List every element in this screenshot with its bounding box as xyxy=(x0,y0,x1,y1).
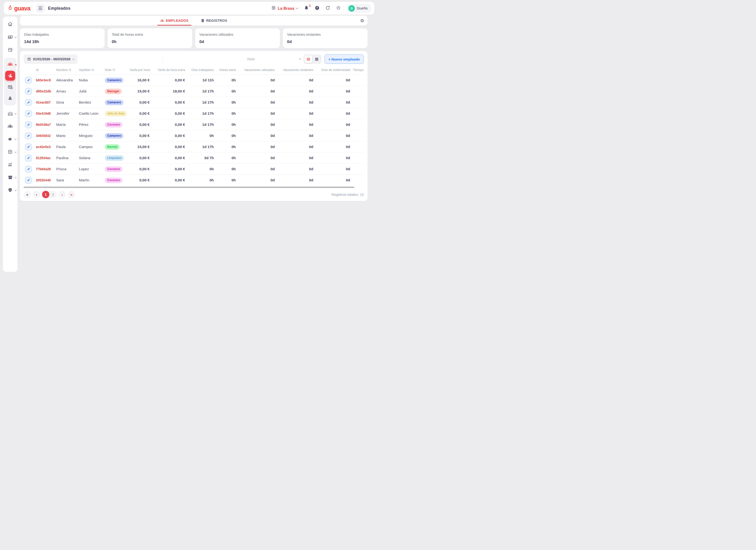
employee-id-link[interactable]: b83e3ec9 xyxy=(36,78,51,82)
caret-up-icon xyxy=(15,64,17,65)
menu-toggle-button[interactable] xyxy=(36,4,45,13)
sidebar-item-calendar[interactable] xyxy=(5,45,15,54)
hourly-rate: 0,00 € xyxy=(128,108,151,119)
time-cell xyxy=(352,86,364,97)
sidebar-item-team[interactable] xyxy=(5,60,15,69)
pagination-page-2[interactable]: 2 xyxy=(49,191,57,198)
sick-days: 0d xyxy=(315,141,352,152)
pagination-prev-button[interactable]: ‹ xyxy=(33,191,40,198)
sidebar-item-store[interactable] xyxy=(5,173,15,182)
tab-empleados[interactable]: EMPLEADOS xyxy=(159,16,189,26)
role-badge: Jefe de Sala xyxy=(105,111,127,116)
employee-id-link[interactable]: 8b0436a7 xyxy=(36,123,51,126)
sick-days: 0d xyxy=(315,75,352,86)
edit-row-button[interactable] xyxy=(25,110,32,117)
employee-id-link[interactable]: 2052b440 xyxy=(36,178,51,182)
edit-row-button[interactable] xyxy=(25,77,32,84)
col-nombre[interactable]: Nombre xyxy=(55,66,77,75)
horizontal-scrollbar[interactable] xyxy=(24,186,354,188)
col-tarifa-extra: Tarifa de hora extra xyxy=(151,66,186,75)
gear-icon: ⚙ xyxy=(360,18,364,23)
role-placeholder: Role xyxy=(247,57,255,61)
vacation-remaining: 0d xyxy=(276,141,315,152)
sidebar-item-analytics[interactable] xyxy=(5,160,15,169)
employee-last-name: Campos xyxy=(77,141,103,152)
logout-button[interactable] xyxy=(336,5,341,11)
edit-row-button[interactable] xyxy=(25,177,32,184)
days-worked: 1d 11h xyxy=(186,75,215,86)
new-employee-button[interactable]: + Nuevo empleado xyxy=(324,54,364,64)
sidebar-item-staff[interactable] xyxy=(5,94,15,103)
role-badge: Cocinero xyxy=(105,122,122,127)
employee-first-name: Sara xyxy=(55,175,77,186)
employee-id-link[interactable]: 41eac807 xyxy=(36,100,51,104)
table-view-button[interactable] xyxy=(305,55,312,63)
sidebar-item-admin[interactable] xyxy=(5,185,15,195)
pagination-first-button[interactable]: « xyxy=(24,191,31,198)
chevron-down-icon xyxy=(15,176,17,178)
app-header: guava Empleados La Brasa xyxy=(4,2,374,15)
employee-id-link[interactable]: 53e419d6 xyxy=(36,112,51,115)
overtime-hours: 0h xyxy=(215,97,237,108)
edit-row-button[interactable] xyxy=(25,132,32,139)
app-logo[interactable]: guava xyxy=(7,5,30,12)
pagination-last-button[interactable]: » xyxy=(68,191,75,198)
edit-row-button[interactable] xyxy=(25,143,32,150)
sidebar-item-employees-active[interactable] xyxy=(5,71,15,80)
edit-row-button[interactable] xyxy=(25,99,32,106)
employee-id-link[interactable]: 812934ac xyxy=(36,156,51,160)
hourly-rate: 0,00 € xyxy=(128,130,151,141)
chart-icon xyxy=(8,162,13,167)
role-badge: Cocinero xyxy=(105,177,122,183)
edit-row-button[interactable] xyxy=(25,155,32,161)
overtime-rate: 18,00 € xyxy=(151,86,186,97)
clipboard-icon xyxy=(201,19,205,22)
warehouse-icon xyxy=(8,111,13,116)
sidebar-item-customers[interactable] xyxy=(5,121,15,131)
help-button[interactable]: ? xyxy=(315,5,320,11)
edit-row-button[interactable] xyxy=(25,88,32,95)
employee-id-link[interactable]: 77b60a28 xyxy=(36,167,51,171)
employee-last-name: Julià xyxy=(77,86,103,97)
employee-id-link[interactable]: ac42e5e3 xyxy=(36,145,51,149)
edit-row-button[interactable] xyxy=(25,166,32,173)
sidebar-item-inventory[interactable] xyxy=(5,109,15,118)
grid-view-button[interactable] xyxy=(313,55,321,63)
col-role[interactable]: Role xyxy=(103,66,128,75)
calendar-icon xyxy=(8,47,13,52)
stat-card-vacaciones-restantes: Vacaciones restantes 0d xyxy=(283,28,368,48)
pagination-next-button[interactable]: › xyxy=(59,191,66,198)
role-select[interactable]: Role xyxy=(163,54,304,64)
employee-id-link[interactable]: 34935832 xyxy=(36,134,51,138)
employee-id-link[interactable]: d85e22db xyxy=(36,89,51,93)
vacation-used: 0d xyxy=(237,141,276,152)
overtime-rate: 0,00 € xyxy=(151,108,186,119)
col-apellido[interactable]: Apellido xyxy=(77,66,103,75)
sidebar-item-schedules[interactable] xyxy=(5,82,15,92)
stat-label: Total de horas extra xyxy=(112,32,188,36)
sick-days: 0d xyxy=(315,86,352,97)
col-id[interactable]: Id xyxy=(34,66,55,75)
worker-helmet-icon xyxy=(8,96,13,101)
pagination-page-1[interactable]: 1 xyxy=(42,191,49,198)
sidebar-item-archive[interactable] xyxy=(5,147,15,156)
table-settings-button[interactable]: ⚙ xyxy=(359,17,366,24)
hourly-rate: 0,00 € xyxy=(128,175,151,186)
user-menu[interactable]: D Dueño xyxy=(347,4,371,13)
notifications-button[interactable]: 1 xyxy=(304,5,309,11)
stat-label: Días trabajados xyxy=(24,32,100,36)
pencil-icon xyxy=(27,145,30,148)
sidebar-group-employees xyxy=(4,58,16,105)
employees-tab-icon xyxy=(160,19,164,23)
sidebar-item-home[interactable] xyxy=(5,19,15,29)
col-vacaciones-restantes: Vacaciones restantes xyxy=(276,66,315,75)
refresh-button[interactable] xyxy=(325,5,330,11)
restaurant-selector[interactable]: La Brasa xyxy=(271,5,298,11)
table-row: 34935832MarioMinguezCamarero0,00 €0,00 €… xyxy=(24,130,364,141)
col-horas-extra: Horas extra xyxy=(215,66,237,75)
tab-registros[interactable]: REGISTROS xyxy=(200,16,228,26)
date-range-picker[interactable]: 01/01/2026 - 06/03/2026 xyxy=(24,54,77,64)
sidebar-item-marketing[interactable] xyxy=(5,134,15,144)
sidebar-item-payments[interactable] xyxy=(5,32,15,42)
edit-row-button[interactable] xyxy=(25,121,32,128)
